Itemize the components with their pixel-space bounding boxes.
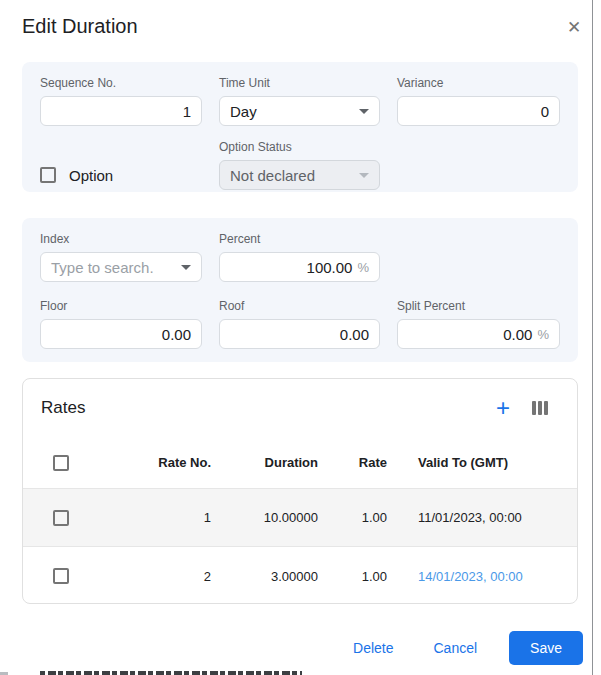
floor-input[interactable]: 0.00 — [40, 319, 202, 349]
split-percent-value: 0.00 — [503, 326, 532, 343]
columns-icon[interactable] — [532, 401, 548, 415]
index-search-select[interactable]: Type to search. — [40, 252, 202, 282]
variance-field-group: Variance 0 — [397, 76, 560, 126]
sequence-no-field-group: Sequence No. 1 — [40, 76, 202, 126]
valid-to-cell: 11/01/2023, 00:00 — [387, 510, 559, 525]
floor-value: 0.00 — [162, 326, 191, 343]
floor-label: Floor — [40, 299, 202, 313]
index-field-group: Index Type to search. — [40, 232, 202, 282]
background-page-strip — [593, 0, 601, 675]
background-page-text — [40, 671, 302, 675]
floor-field-group: Floor 0.00 — [40, 299, 202, 349]
save-button[interactable]: Save — [509, 631, 583, 665]
variance-value: 0 — [541, 103, 549, 120]
split-percent-field-group: Split Percent 0.00 % — [397, 299, 560, 349]
row-checkbox[interactable] — [53, 510, 69, 526]
rate-no-cell: 2 — [91, 569, 211, 584]
rates-title: Rates — [41, 398, 496, 418]
roof-label: Roof — [219, 299, 380, 313]
general-section: Sequence No. 1 Time Unit Day Variance 0 — [22, 62, 578, 192]
roof-field-group: Roof 0.00 — [219, 299, 380, 349]
rate-cell: 1.00 — [318, 569, 387, 584]
col-rate-no: Rate No. — [91, 455, 211, 470]
chevron-down-icon — [359, 109, 369, 114]
time-unit-label: Time Unit — [219, 76, 380, 90]
roof-input[interactable]: 0.00 — [219, 319, 380, 349]
option-status-select: Not declared — [219, 160, 380, 190]
option-label: Option — [69, 167, 113, 184]
time-unit-field-group: Time Unit Day — [219, 76, 380, 126]
table-row: 2 3.00000 1.00 14/01/2023, 00:00 — [23, 547, 577, 604]
index-placeholder: Type to search. — [51, 259, 181, 276]
time-unit-select[interactable]: Day — [219, 96, 380, 126]
percent-field-group: Percent 100.00 % — [219, 232, 380, 282]
add-rate-icon[interactable]: + — [496, 398, 510, 418]
edit-duration-dialog: Edit Duration ✕ Sequence No. 1 Time Unit… — [0, 0, 601, 675]
duration-cell: 3.00000 — [211, 569, 318, 584]
split-percent-input[interactable]: 0.00 % — [397, 319, 560, 349]
table-row: 1 10.00000 1.00 11/01/2023, 00:00 — [23, 489, 577, 547]
rates-table-header: Rate No. Duration Rate Valid To (GMT) — [23, 437, 577, 489]
percent-value: 100.00 — [307, 259, 353, 276]
col-valid-to: Valid To (GMT) — [387, 455, 559, 470]
dialog-footer: Delete Cancel Save — [22, 630, 583, 666]
row-checkbox[interactable] — [53, 568, 69, 584]
time-unit-value: Day — [230, 103, 359, 120]
option-status-field-group: Option Status Not declared — [219, 140, 380, 190]
rates-card: Rates + Rate No. Duration Rate Valid To … — [22, 378, 578, 604]
split-percent-suffix: % — [537, 327, 549, 342]
chevron-down-icon — [359, 173, 369, 178]
option-status-value: Not declared — [230, 167, 359, 184]
percent-input[interactable]: 100.00 % — [219, 252, 380, 282]
roof-value: 0.00 — [340, 326, 369, 343]
index-label: Index — [40, 232, 202, 246]
chevron-down-icon — [181, 265, 191, 270]
sequence-no-value: 1 — [183, 103, 191, 120]
sequence-no-label: Sequence No. — [40, 76, 202, 90]
index-section: Index Type to search. Percent 100.00 % F… — [22, 218, 578, 362]
split-percent-label: Split Percent — [397, 299, 560, 313]
variance-input[interactable]: 0 — [397, 96, 560, 126]
col-rate: Rate — [318, 455, 387, 470]
option-status-label: Option Status — [219, 140, 380, 154]
rate-no-cell: 1 — [91, 510, 211, 525]
col-duration: Duration — [211, 455, 318, 470]
duration-cell: 10.00000 — [211, 510, 318, 525]
percent-suffix: % — [357, 260, 369, 275]
percent-label: Percent — [219, 232, 380, 246]
dialog-title: Edit Duration — [22, 15, 138, 38]
option-checkbox[interactable] — [40, 167, 56, 183]
valid-to-link[interactable]: 14/01/2023, 00:00 — [387, 569, 559, 584]
option-field-group: Option — [40, 160, 202, 190]
close-icon[interactable]: ✕ — [563, 16, 585, 38]
cancel-button[interactable]: Cancel — [425, 634, 485, 662]
delete-button[interactable]: Delete — [345, 634, 401, 662]
sequence-no-input[interactable]: 1 — [40, 96, 202, 126]
rate-cell: 1.00 — [318, 510, 387, 525]
select-all-checkbox[interactable] — [53, 455, 69, 471]
variance-label: Variance — [397, 76, 560, 90]
